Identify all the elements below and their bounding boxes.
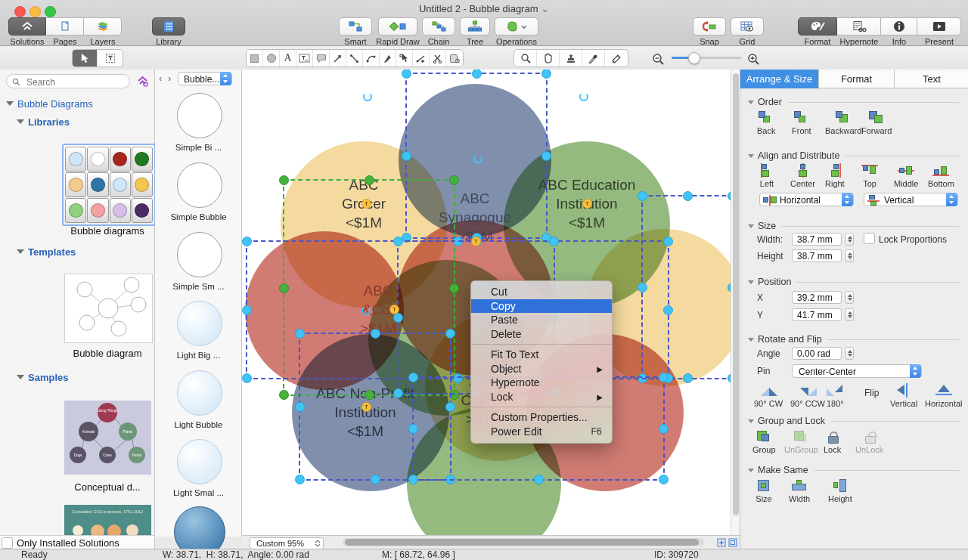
shape-simple-small-bubble[interactable] xyxy=(177,232,222,277)
ungroup-button[interactable]: UnGroup xyxy=(784,429,818,454)
lock-button[interactable]: Lock xyxy=(824,429,841,454)
unlock-button[interactable]: UnLock xyxy=(855,429,883,454)
distribute-vertical-dropdown[interactable]: Vertical xyxy=(864,193,958,206)
sidebar-item-libraries[interactable]: Libraries xyxy=(17,116,70,128)
selection-handle[interactable] xyxy=(242,305,252,315)
selection-handle[interactable] xyxy=(279,175,289,185)
selection-handle[interactable] xyxy=(295,475,305,484)
bubble-style-swatch[interactable] xyxy=(132,172,153,197)
make-same-width-button[interactable]: Width xyxy=(789,478,810,503)
menu-item-delete[interactable]: Delete xyxy=(471,327,612,342)
zoom-in-icon[interactable] xyxy=(747,53,761,65)
menu-item-lock[interactable]: Lock▶ xyxy=(471,390,612,404)
library-forward-button[interactable]: › xyxy=(168,73,171,84)
section-collapse-icon[interactable] xyxy=(748,338,754,342)
info-button[interactable]: Info xyxy=(881,17,917,46)
menu-item-copy[interactable]: Copy xyxy=(471,299,612,314)
select-tool[interactable] xyxy=(73,50,98,67)
selection-handle[interactable] xyxy=(449,175,459,185)
snap-button[interactable]: Snap xyxy=(693,17,726,46)
menu-item-hypernote[interactable]: Hypernote xyxy=(471,376,612,390)
zoom-out-icon[interactable] xyxy=(652,53,666,65)
make-same-size-button[interactable]: Size xyxy=(755,478,772,503)
align-bottom-button[interactable]: Bottom xyxy=(928,163,954,188)
template-thumbnail-bubble-diagram[interactable] xyxy=(64,274,153,343)
shape-simple-big-bubble[interactable] xyxy=(177,93,222,138)
rotate-180-button[interactable]: 180° xyxy=(827,383,844,408)
zoom-level-dropdown[interactable]: Custom 95% xyxy=(250,537,324,549)
search-field[interactable] xyxy=(6,74,130,88)
bubble-style-swatch[interactable] xyxy=(65,147,86,172)
selection-handle[interactable] xyxy=(371,329,380,339)
ellipse-tool[interactable] xyxy=(263,50,280,67)
selection-handle[interactable] xyxy=(659,424,669,434)
zoom-tool[interactable] xyxy=(514,50,537,67)
selection-handle[interactable] xyxy=(393,237,403,246)
height-stepper[interactable] xyxy=(845,249,854,262)
grid-button[interactable]: Grid xyxy=(731,17,764,46)
title-menu-chevron-icon[interactable]: ⌄ xyxy=(541,3,549,14)
selection-handle[interactable] xyxy=(445,329,455,339)
rotation-handle-icon[interactable] xyxy=(473,154,482,163)
horizontal-scrollbar-thumb[interactable] xyxy=(345,539,699,546)
pin-dropdown[interactable]: Center-Center xyxy=(792,364,922,378)
width-input[interactable] xyxy=(792,233,842,246)
disclosure-triangle-icon[interactable] xyxy=(17,375,24,379)
library-back-button[interactable]: ‹ xyxy=(159,73,162,84)
menu-item-object[interactable]: Object▶ xyxy=(471,362,612,376)
text-select-tool[interactable] xyxy=(98,50,123,67)
text-tool[interactable]: A xyxy=(280,50,296,67)
x-input[interactable] xyxy=(792,291,842,304)
pen-tool[interactable] xyxy=(380,50,396,67)
callout-tool[interactable] xyxy=(313,50,330,67)
menu-item-custom-properties[interactable]: Custom Properties... xyxy=(471,410,612,425)
add-anchor-tool[interactable] xyxy=(413,50,430,67)
library-thumbnail-bubble-diagrams[interactable] xyxy=(62,144,156,226)
rapid-draw-button[interactable]: Rapid Draw xyxy=(378,17,417,46)
section-collapse-icon[interactable] xyxy=(748,101,754,104)
order-front-button[interactable]: Front xyxy=(792,110,811,135)
eyedropper-tool[interactable] xyxy=(582,50,605,67)
stamp-tool[interactable] xyxy=(560,50,582,67)
selection-handle[interactable] xyxy=(402,151,411,161)
menu-item-paste[interactable]: Paste xyxy=(471,313,612,327)
selection-handle[interactable] xyxy=(365,175,374,185)
vertical-scrollbar-thumb[interactable] xyxy=(733,73,739,515)
section-collapse-icon[interactable] xyxy=(748,419,754,423)
bubble-style-swatch[interactable] xyxy=(110,198,131,223)
x-stepper[interactable] xyxy=(845,291,854,304)
menu-item-power-edit[interactable]: Power EditF6 xyxy=(471,425,612,439)
section-collapse-icon[interactable] xyxy=(748,469,754,472)
bubble-style-swatch[interactable] xyxy=(87,198,108,223)
selection-handle[interactable] xyxy=(408,373,418,382)
sample-thumbnail-co2[interactable]: Cumulative CO2 emissions, 1751-2012 xyxy=(64,505,151,535)
width-stepper[interactable] xyxy=(845,233,854,246)
selection-handle[interactable] xyxy=(663,237,673,246)
vertical-scrollbar[interactable] xyxy=(731,70,740,535)
rotation-handle-icon[interactable] xyxy=(361,306,371,315)
selection-handle[interactable] xyxy=(279,390,289,400)
actual-size-icon[interactable] xyxy=(728,538,737,547)
distribute-horizontal-dropdown[interactable]: Horizontal xyxy=(759,193,854,206)
tab-arrange-size[interactable]: Arrange & Size xyxy=(740,70,819,88)
curve-tool[interactable] xyxy=(363,50,380,67)
section-collapse-icon[interactable] xyxy=(748,154,754,158)
section-collapse-icon[interactable] xyxy=(748,224,754,228)
flip-horizontal-button[interactable]: Horizontal xyxy=(925,383,963,408)
group-button[interactable]: Group xyxy=(752,429,776,454)
sidebar-item-samples[interactable]: Samples xyxy=(17,372,68,383)
arrow-tool[interactable] xyxy=(330,50,346,67)
selection-handle[interactable] xyxy=(683,191,693,201)
bubble-style-swatch[interactable] xyxy=(87,147,108,172)
solutions-button[interactable]: Solutions xyxy=(8,17,46,46)
search-input[interactable] xyxy=(25,76,126,88)
selection-handle[interactable] xyxy=(541,70,551,79)
disclosure-triangle-icon[interactable] xyxy=(17,119,24,124)
order-backward-button[interactable]: Backward xyxy=(825,110,861,135)
tab-text[interactable]: Text xyxy=(895,70,968,88)
layers-button[interactable]: Layers xyxy=(84,17,122,46)
selection-handle[interactable] xyxy=(728,373,731,383)
selection-handle[interactable] xyxy=(534,475,544,484)
split-tool[interactable] xyxy=(430,50,446,67)
tree-button[interactable]: Tree xyxy=(460,17,490,46)
